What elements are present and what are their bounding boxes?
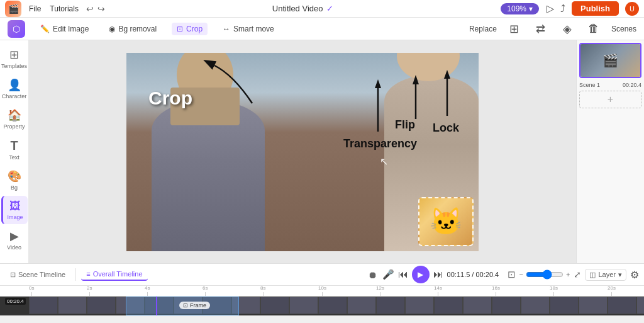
film-frame: [608, 297, 636, 314]
film-frame: [376, 297, 405, 314]
play-preview-icon[interactable]: ▷: [547, 3, 554, 14]
sidebar-item-templates[interactable]: ⊞ Templates: [1, 44, 28, 73]
skip-forward-button[interactable]: ⏭: [433, 269, 443, 280]
sidebar-item-property[interactable]: 🏠 Property: [1, 105, 28, 133]
film-frame: [550, 297, 579, 314]
scene-timeline-tab[interactable]: ⊡ Scene Timeline: [5, 269, 70, 281]
caption-icon[interactable]: ⊡: [508, 269, 516, 280]
scene-1-info: Scene 1 00:20.4: [579, 81, 641, 88]
sidebar-item-music[interactable]: ♪ Music: [1, 256, 28, 263]
redo-button[interactable]: ↪: [97, 4, 105, 14]
ruler-tick-14s: 14s: [434, 285, 442, 296]
film-frame: [579, 297, 608, 314]
title-check-icon: ✓: [326, 4, 333, 13]
film-frame: [58, 297, 87, 314]
document-title: Untitled Video ✓: [113, 4, 493, 13]
film-frame: [318, 297, 347, 314]
canvas-area: Crop 🐱 ↖ Flip: [29, 40, 576, 263]
zoom-out-icon[interactable]: −: [519, 271, 523, 278]
crop-arrow: [202, 59, 277, 110]
toolbar-right-actions: Replace ⊞ ⇄ ◈ 🗑 Scenes: [469, 20, 636, 38]
transparency-arrow: [362, 78, 394, 135]
property-icon: 🏠: [8, 108, 21, 122]
time-display: 00:11.5 / 00:20.4: [447, 271, 504, 278]
overall-timeline-icon: ≡: [86, 270, 90, 278]
layer-icon: ◫: [589, 271, 596, 279]
split-icon[interactable]: ⊞: [506, 20, 523, 38]
delete-icon[interactable]: 🗑: [585, 20, 602, 38]
play-button[interactable]: ▶: [412, 266, 430, 283]
smart-move-tool[interactable]: ↔ Smart move: [218, 23, 279, 35]
add-scene-button[interactable]: +: [579, 91, 641, 108]
svg-marker-2: [375, 79, 381, 88]
edit-image-tool[interactable]: ✏️ Edit Image: [35, 23, 94, 35]
file-menu[interactable]: File: [29, 4, 41, 13]
crop-tool[interactable]: ⊡ Crop: [172, 23, 208, 35]
lock-arrow: [431, 69, 463, 119]
sidebar: ⊞ Templates 👤 Character 🏠 Property T Tex…: [0, 40, 29, 263]
scene-timestamp: 00:20.4: [5, 298, 26, 305]
sidebar-item-text[interactable]: T Text: [1, 135, 28, 164]
ruler-tick-10s: 10s: [318, 285, 326, 296]
cat-overlay-image[interactable]: 🐱: [418, 197, 474, 246]
ruler-tick-12s: 12s: [376, 285, 384, 296]
lock-annotation: Lock: [431, 69, 463, 135]
zoom-in-icon[interactable]: +: [566, 271, 570, 278]
film-frame: [636, 297, 644, 314]
record-icon[interactable]: ⏺: [368, 269, 377, 280]
zoom-indicator[interactable]: 109% ▾: [501, 3, 539, 14]
timeline-separator: [75, 268, 76, 281]
image-icon: 🖼: [9, 200, 21, 213]
app-logo: 🎬: [5, 1, 21, 17]
tutorials-menu[interactable]: Tutorials: [50, 4, 79, 13]
smart-move-icon: ↔: [223, 25, 230, 33]
main-area: ⊞ Templates 👤 Character 🏠 Property T Tex…: [0, 40, 644, 263]
expand-icon[interactable]: ⤢: [574, 269, 581, 280]
character-icon: 👤: [8, 78, 21, 92]
film-frame: [87, 297, 116, 314]
film-frame: [463, 297, 492, 314]
zoom-dropdown-icon: ▾: [529, 4, 533, 13]
publish-button[interactable]: Publish: [572, 1, 619, 16]
film-frame: [29, 297, 58, 314]
mic-icon[interactable]: 🎤: [382, 269, 394, 280]
sidebar-item-image[interactable]: 🖼 Image: [1, 196, 28, 224]
topbar-action-icons: ▷ ⤴: [547, 3, 565, 14]
skip-back-button[interactable]: ⏮: [398, 269, 408, 280]
undo-button[interactable]: ↩: [86, 4, 94, 14]
timeline-left-icons: ⏺ 🎤: [368, 269, 394, 280]
sidebar-item-video[interactable]: ▶ Video: [1, 225, 28, 254]
transparency-icon[interactable]: ◈: [558, 20, 576, 38]
bg-removal-tool[interactable]: ◉ Bg removal: [104, 23, 162, 35]
zoom-slider-container: − +: [519, 269, 570, 280]
bg-removal-icon: ◉: [109, 25, 115, 33]
topbar-right: ▷ ⤴ Publish U: [547, 1, 639, 16]
scene-timeline-icon: ⊡: [10, 271, 16, 279]
ruler-inner: 0s2s4s6s8s10s12s14s16s18s20s: [29, 286, 644, 296]
flip-icon[interactable]: ⇄: [532, 20, 550, 38]
timeline-controls: ⏺ 🎤 ⏮ ▶ ⏭ 00:11.5 / 00:20.4 ⊡ − + ⤢ ◫ La…: [368, 266, 639, 283]
timeline-bar: ⊡ Scene Timeline ≡ Overall Timeline ⏺ 🎤 …: [0, 263, 644, 285]
transparency-annotation: Transparency: [362, 78, 417, 150]
user-avatar[interactable]: U: [625, 2, 639, 16]
svg-marker-3: [444, 70, 450, 79]
edit-toolbar: ⬡ ✏️ Edit Image ◉ Bg removal ⊡ Crop ↔ Sm…: [0, 18, 644, 40]
film-frame: [434, 297, 463, 314]
zoom-slider[interactable]: [526, 269, 564, 280]
share-icon[interactable]: ⤴: [560, 3, 565, 14]
scenes-panel: 🎬 Scene 1 00:20.4 +: [576, 40, 644, 263]
layer-dropdown-icon: ▾: [618, 271, 622, 279]
ruler-tick-2s: 2s: [87, 285, 92, 296]
replace-button[interactable]: Replace: [469, 25, 497, 33]
filmstrip: 00:20.4 ⊡ Frame: [0, 297, 644, 315]
settings-icon[interactable]: ⚙: [630, 269, 639, 281]
film-frame: [405, 297, 434, 314]
layer-control[interactable]: ◫ Layer ▾: [585, 269, 626, 281]
top-menu: File Tutorials: [29, 4, 79, 13]
sidebar-item-bg[interactable]: 🎨 Bg: [1, 166, 28, 195]
scene-1-thumb[interactable]: 🎬: [579, 43, 641, 78]
crop-icon: ⊡: [177, 25, 183, 33]
bg-icon: 🎨: [8, 169, 21, 183]
sidebar-item-character[interactable]: 👤 Character: [1, 74, 28, 103]
overall-timeline-tab[interactable]: ≡ Overall Timeline: [81, 268, 147, 281]
